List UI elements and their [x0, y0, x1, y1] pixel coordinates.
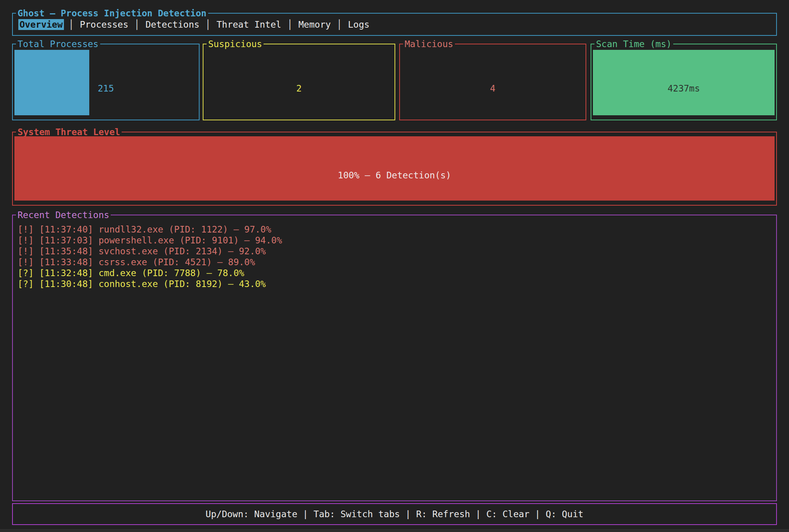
detection-row[interactable]: [!] [11:37:40] rundll32.exe (PID: 1122) …	[18, 224, 771, 235]
keybind-hints: Up/Down: Navigate | Tab: Switch tabs | R…	[13, 504, 776, 524]
stat-title: Suspicious	[207, 39, 264, 49]
malicious-gauge: 4	[402, 50, 584, 115]
suspicious-gauge: 2	[205, 50, 393, 115]
stat-total-processes: Total Processes 215	[12, 44, 200, 120]
stat-malicious: Malicious 4	[399, 44, 586, 120]
tab-separator: │	[205, 19, 211, 30]
tab-overview[interactable]: Overview	[18, 19, 64, 30]
gauge-value: 4	[490, 83, 495, 93]
recent-detections-panel: Recent Detections [!] [11:37:40] rundll3…	[12, 215, 777, 501]
tab-logs[interactable]: Logs	[347, 19, 370, 30]
footer-panel: Up/Down: Navigate | Tab: Switch tabs | R…	[12, 503, 777, 525]
detections-list: [!] [11:37:40] rundll32.exe (PID: 1122) …	[18, 224, 771, 289]
threat-level-value: 100% — 6 Detection(s)	[338, 170, 451, 180]
threat-level-title: System Threat Level	[16, 127, 122, 137]
recent-detections-title: Recent Detections	[16, 210, 111, 220]
gauge-value: 2	[296, 83, 302, 93]
detection-row[interactable]: [?] [11:32:48] cmd.exe (PID: 7788) — 78.…	[18, 268, 771, 278]
gauge-fill	[593, 50, 775, 115]
header-panel: Ghost — Process Injection Detection Over…	[12, 13, 777, 36]
scan-time-gauge: 4237ms	[593, 50, 775, 115]
tab-separator: │	[134, 19, 140, 30]
detection-row[interactable]: [!] [11:35:48] svchost.exe (PID: 2134) —…	[18, 246, 771, 257]
threat-level-gauge: 100% — 6 Detection(s)	[14, 136, 775, 201]
tab-detections[interactable]: Detections	[144, 19, 200, 30]
tab-memory[interactable]: Memory	[297, 19, 332, 30]
detection-row[interactable]: [!] [11:37:03] powershell.exe (PID: 9101…	[18, 235, 771, 246]
gauge-value: 4237ms	[667, 83, 700, 93]
window-bottom-edge	[0, 529, 789, 532]
tab-processes[interactable]: Processes	[79, 19, 130, 30]
gauge-fill	[14, 136, 775, 201]
stat-title: Total Processes	[16, 39, 100, 49]
threat-level-panel: System Threat Level 100% — 6 Detection(s…	[12, 132, 777, 206]
tab-threat-intel[interactable]: Threat Intel	[215, 19, 282, 30]
tab-separator: │	[337, 19, 342, 30]
stat-title: Malicious	[403, 39, 455, 49]
detection-row[interactable]: [?] [11:30:48] conhost.exe (PID: 8192) —…	[18, 278, 771, 289]
stat-title: Scan Time (ms)	[594, 39, 673, 49]
gauge-value: 215	[98, 83, 114, 93]
stat-suspicious: Suspicious 2	[203, 44, 395, 120]
tab-separator: │	[69, 19, 74, 30]
tab-bar: Overview│Processes│Detections│Threat Int…	[13, 14, 776, 35]
stat-scan-time: Scan Time (ms) 4237ms	[591, 44, 777, 120]
total-processes-gauge: 215	[14, 50, 197, 115]
tab-separator: │	[287, 19, 293, 30]
detection-row[interactable]: [!] [11:33:48] csrss.exe (PID: 4521) — 8…	[18, 257, 771, 268]
gauge-fill	[14, 50, 89, 115]
terminal-screen: Ghost — Process Injection Detection Over…	[0, 0, 789, 532]
